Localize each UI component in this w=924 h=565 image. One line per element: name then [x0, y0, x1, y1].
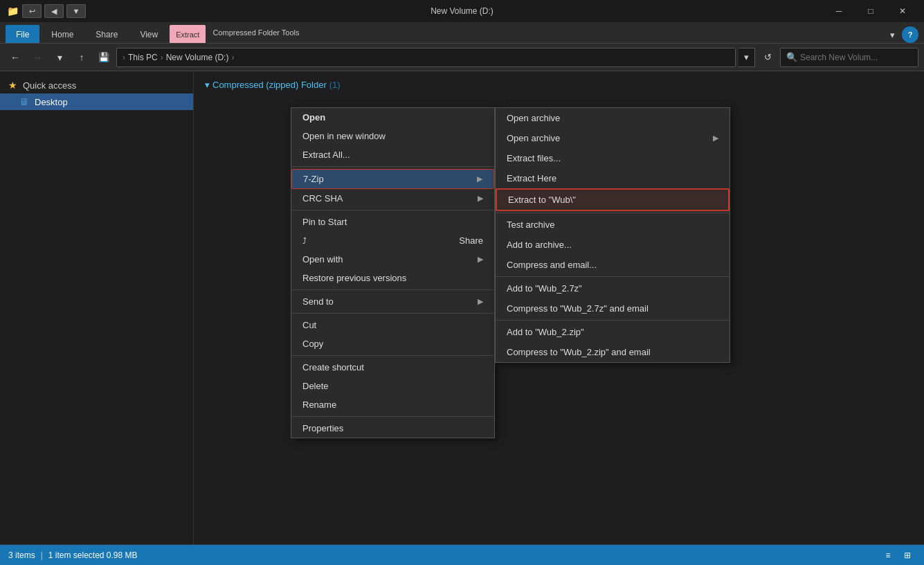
- refresh-button[interactable]: ↺: [758, 48, 777, 67]
- ctx-send-to[interactable]: Send to ▶: [291, 292, 494, 311]
- ctx-crc-sha-label: CRC SHA: [302, 193, 343, 204]
- ctx-delete-label: Delete: [302, 381, 329, 391]
- maximize-button[interactable]: □: [855, 0, 887, 22]
- sidebar-quick-access-label: Quick access: [23, 80, 76, 91]
- sub-ctx-compress-wub-2-7z-email-label: Compress to "Wub_2.7z" and email: [507, 303, 649, 314]
- window-icon: 📁: [6, 4, 19, 18]
- star-icon: ★: [8, 80, 17, 91]
- sub-ctx-test-archive[interactable]: Test archive: [496, 215, 730, 235]
- ctx-open[interactable]: Open: [291, 108, 494, 127]
- ctx-divider3: [291, 289, 494, 290]
- forward-button[interactable]: →: [28, 48, 47, 67]
- ctx-share[interactable]: ⤴ Share: [291, 231, 494, 250]
- ctx-properties-label: Properties: [302, 423, 343, 433]
- ctx-share-icon: ⤴: [302, 236, 307, 246]
- sub-ctx-add-wub-2-7z[interactable]: Add to "Wub_2.7z": [496, 278, 730, 298]
- window-controls: ─ □ ✕: [823, 0, 918, 22]
- sidebar: ★ Quick access 🖥 Desktop: [0, 71, 194, 545]
- path-new-volume[interactable]: New Volume (D:): [166, 53, 229, 62]
- tab-view[interactable]: View: [129, 25, 168, 43]
- ctx-copy[interactable]: Copy: [291, 334, 494, 353]
- ctx-delete[interactable]: Delete: [291, 377, 494, 395]
- ctx-divider1: [291, 166, 494, 167]
- sub-ctx-extract-here-label: Extract Here: [507, 173, 556, 183]
- ctx-open-new-window[interactable]: Open in new window: [291, 127, 494, 145]
- sub-ctx-add-wub-2-7z-label: Add to "Wub_2.7z": [507, 283, 582, 294]
- recent-locations-button[interactable]: ▾: [50, 48, 69, 67]
- ctx-extract-all[interactable]: Extract All...: [291, 145, 494, 164]
- address-dropdown-btn[interactable]: ▾: [739, 48, 755, 67]
- sub-ctx-open-archive[interactable]: Open archive: [496, 108, 730, 128]
- path-this-pc[interactable]: This PC: [128, 53, 158, 62]
- sub-ctx-extract-to-wub[interactable]: Extract to "Wub\": [496, 188, 730, 211]
- ribbon-expand-btn[interactable]: ▾: [884, 26, 900, 43]
- tab-share[interactable]: Share: [85, 25, 128, 43]
- ctx-divider6: [291, 416, 494, 417]
- sub-ctx-compress-wub-2-zip-email-label: Compress to "Wub_2.zip" and email: [507, 347, 651, 357]
- ctx-divider2: [291, 210, 494, 210]
- ctx-rename[interactable]: Rename: [291, 395, 494, 414]
- quick-access-btn1[interactable]: ↩: [22, 4, 42, 18]
- ctx-properties[interactable]: Properties: [291, 419, 494, 438]
- ctx-create-shortcut[interactable]: Create shortcut: [291, 358, 494, 377]
- tab-home[interactable]: Home: [41, 25, 84, 43]
- ctx-open-with[interactable]: Open with ▶: [291, 250, 494, 269]
- path-sep1: ›: [161, 53, 163, 62]
- ctx-cut-label: Cut: [302, 320, 316, 330]
- ctx-crc-sha-arrow: ▶: [478, 194, 483, 203]
- sub-ctx-compress-email[interactable]: Compress and email...: [496, 255, 730, 275]
- sidebar-item-desktop[interactable]: 🖥 Desktop: [0, 93, 193, 110]
- ctx-cut[interactable]: Cut: [291, 316, 494, 334]
- close-button[interactable]: ✕: [887, 0, 918, 22]
- help-button[interactable]: ?: [902, 26, 918, 43]
- sub-ctx-add-wub-2-zip-label: Add to "Wub_2.zip": [507, 327, 584, 337]
- status-view-buttons: ≡ ⊞: [880, 547, 916, 564]
- sidebar-quick-access[interactable]: ★ Quick access: [0, 77, 193, 93]
- back-button[interactable]: ←: [6, 48, 25, 67]
- ctx-divider4: [291, 313, 494, 314]
- ctx-share-label: Share: [459, 235, 483, 246]
- ctx-7zip-arrow: ▶: [477, 174, 482, 183]
- ctx-open-with-arrow: ▶: [478, 255, 483, 264]
- sub-ctx-divider3: [496, 320, 730, 321]
- tab-file[interactable]: File: [6, 25, 39, 43]
- path-arrow: ›: [123, 53, 125, 62]
- sub-ctx-open-archive-arrow[interactable]: Open archive ▶: [496, 128, 730, 148]
- context-menu: Open Open in new window Extract All... 7…: [291, 107, 495, 438]
- ctx-crc-sha[interactable]: CRC SHA ▶: [291, 189, 494, 208]
- ctx-open-new-window-label: Open in new window: [302, 131, 386, 141]
- sub-ctx-test-archive-label: Test archive: [507, 219, 554, 230]
- status-selected-info: 1 item selected 0.98 MB: [48, 550, 138, 560]
- status-bar: 3 items | 1 item selected 0.98 MB ≡ ⊞: [0, 544, 924, 565]
- sub-ctx-extract-files-label: Extract files...: [507, 153, 561, 163]
- sub-context-menu-7zip: Open archive Open archive ▶ Extract file…: [495, 107, 730, 363]
- tab-compressed-folder-tools[interactable]: Extract: [170, 25, 206, 43]
- quick-access-btn3[interactable]: ▼: [66, 4, 86, 18]
- details-view-button[interactable]: ≡: [880, 547, 896, 564]
- address-path[interactable]: › This PC › New Volume (D:) ›: [116, 48, 736, 67]
- search-icon: 🔍: [786, 52, 797, 62]
- desktop-icon: 🖥: [19, 96, 29, 107]
- sub-ctx-open-archive-label: Open archive: [507, 113, 560, 123]
- sub-ctx-compress-wub-2-zip-email[interactable]: Compress to "Wub_2.zip" and email: [496, 342, 730, 362]
- ctx-restore[interactable]: Restore previous versions: [291, 269, 494, 287]
- status-item-count: 3 items: [8, 550, 35, 560]
- sub-ctx-open-archive-arrow-label: Open archive: [507, 133, 560, 143]
- sub-ctx-extract-files[interactable]: Extract files...: [496, 148, 730, 168]
- sub-ctx-compress-wub-2-7z-email[interactable]: Compress to "Wub_2.7z" and email: [496, 298, 730, 319]
- quick-access-btn2[interactable]: ◀: [44, 4, 64, 18]
- large-icons-view-button[interactable]: ⊞: [899, 547, 916, 564]
- ctx-pin-start[interactable]: Pin to Start: [291, 213, 494, 231]
- search-input[interactable]: [800, 53, 912, 62]
- ribbon: File Home Share View Extract Compressed …: [0, 22, 924, 44]
- folder-header-compressed[interactable]: ▾ Compressed (zipped) Folder (1): [199, 77, 918, 93]
- minimize-button[interactable]: ─: [823, 0, 855, 22]
- ctx-7zip[interactable]: 7-Zip ▶: [291, 169, 494, 189]
- sub-ctx-extract-here[interactable]: Extract Here: [496, 168, 730, 188]
- search-box[interactable]: 🔍: [780, 48, 918, 67]
- ctx-open-with-label: Open with: [302, 254, 343, 264]
- sub-ctx-add-to-archive[interactable]: Add to archive...: [496, 235, 730, 255]
- sub-ctx-compress-email-label: Compress and email...: [507, 260, 597, 270]
- up-button[interactable]: ↑: [72, 48, 91, 67]
- sub-ctx-add-wub-2-zip[interactable]: Add to "Wub_2.zip": [496, 322, 730, 342]
